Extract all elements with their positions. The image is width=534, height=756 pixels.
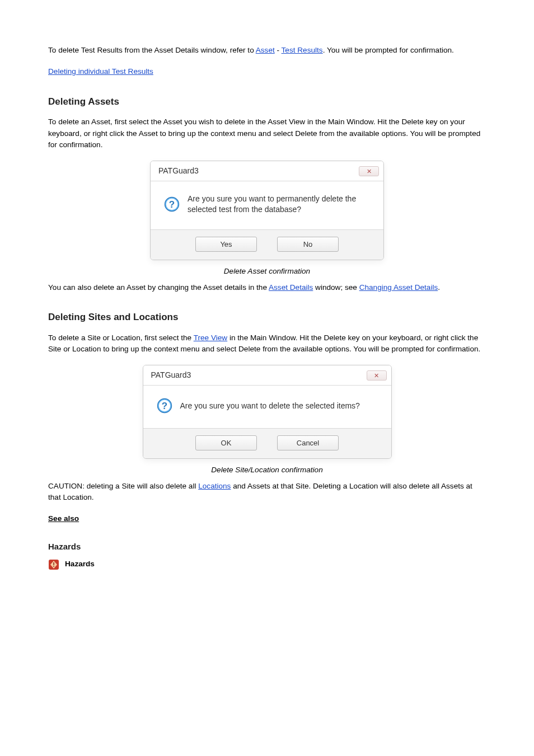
ok-button[interactable]: OK [195, 435, 257, 450]
text-deleting-sites-1: To delete a Site or Location, first sele… [48, 334, 194, 342]
svg-text:?: ? [161, 401, 167, 411]
text-followup-1: You can also delete an Asset by changing… [48, 283, 269, 292]
question-icon: ? [164, 196, 180, 212]
text-intro-between: - [275, 46, 282, 54]
dialog-delete-asset-confirm: PATGuard3 ✕ ? Are you sure you want to p… [150, 161, 384, 260]
dialog-delete-site-confirm: PATGuard3 ✕ ? Are you sure you want to d… [143, 365, 392, 459]
text-caution-prefix: CAUTION: deleting a Site will also delet… [48, 482, 198, 490]
dialog-titlebar: PATGuard3 ✕ [151, 161, 383, 181]
heading-deleting-assets: Deleting Assets [48, 95, 486, 109]
paragraph-intro: To delete Test Results from the Asset De… [48, 45, 486, 56]
dialog-title-text: PATGuard3 [151, 370, 191, 379]
heading-deleting-sites: Deleting Sites and Locations [48, 310, 486, 325]
link-locations[interactable]: Locations [198, 482, 231, 490]
text-followup-2: window; see [313, 283, 359, 292]
paragraph-deleting-assets-followup: You can also delete an Asset by changing… [48, 282, 486, 293]
close-icon[interactable]: ✕ [359, 166, 379, 176]
link-deleting-individual-results[interactable]: Deleting individual Test Results [48, 67, 153, 76]
paragraph-deleting-assets: To delete an Asset, first select the Ass… [48, 116, 486, 151]
link-test-results[interactable]: Test Results [282, 46, 323, 54]
svg-text:!: ! [53, 561, 55, 568]
link-tree-view[interactable]: Tree View [194, 334, 227, 342]
hazard-icon: ! [48, 559, 59, 570]
see-also: See also [48, 513, 486, 524]
cancel-button[interactable]: Cancel [277, 435, 339, 450]
svg-text:?: ? [169, 199, 175, 210]
link-changing-asset-details[interactable]: Changing Asset Details [359, 283, 438, 292]
paragraph-anchor-deleting-results: Deleting individual Test Results [48, 66, 486, 77]
close-icon[interactable]: ✕ [367, 370, 387, 381]
dialog-title-text: PATGuard3 [158, 166, 199, 175]
caption-delete-site: Delete Site/Location confirmation [48, 464, 486, 476]
dialog-message: Are you sure you want to delete the sele… [180, 401, 360, 411]
link-asset[interactable]: Asset [256, 46, 275, 54]
text-intro-suffix: . You will be prompted for confirmation. [323, 46, 454, 54]
see-also-text: See also [48, 514, 79, 523]
link-asset-details[interactable]: Asset Details [269, 283, 313, 292]
hazard-row: ! Hazards [48, 558, 486, 570]
no-button[interactable]: No [277, 237, 339, 252]
text-followup-3: . [438, 283, 440, 292]
paragraph-caution: CAUTION: deleting a Site will also delet… [48, 481, 486, 504]
dialog-message: Are you sure you want to permanently del… [188, 194, 370, 215]
dialog-titlebar: PATGuard3 ✕ [143, 365, 391, 386]
paragraph-deleting-sites: To delete a Site or Location, first sele… [48, 332, 486, 355]
question-icon: ? [157, 398, 172, 414]
hazard-label: Hazards [65, 558, 95, 570]
caption-delete-asset: Delete Asset confirmation [48, 266, 486, 277]
yes-button[interactable]: Yes [195, 237, 257, 252]
text-intro-prefix: To delete Test Results from the Asset De… [48, 46, 256, 54]
heading-hazards: Hazards [48, 541, 486, 553]
